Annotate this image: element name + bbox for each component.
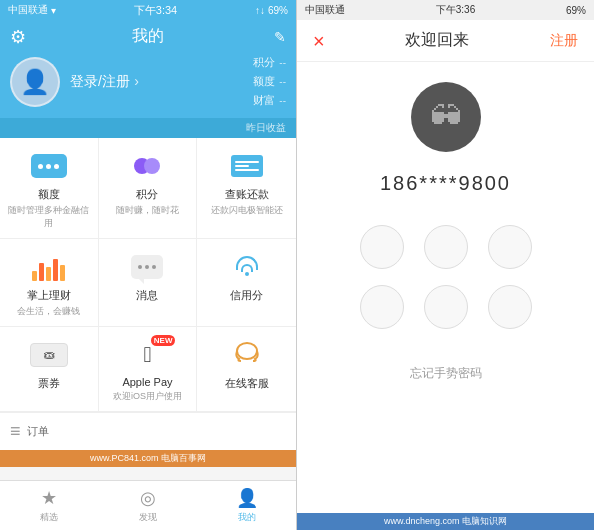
svg-point-0 xyxy=(237,343,257,359)
user-left[interactable]: 👤 登录/注册 › xyxy=(10,57,139,107)
service-icon xyxy=(231,339,263,372)
service-svg xyxy=(231,339,263,367)
pin-circle-5 xyxy=(424,285,468,329)
grid-item-zhangdan[interactable]: 查账还款 还款闪电极智能还 xyxy=(197,138,296,239)
licai-icon xyxy=(27,251,71,283)
left-header: ⚙ 我的 ✎ 👤 登录/注册 › 积分 -- 额度 xyxy=(0,20,296,118)
user-section: 👤 登录/注册 › 积分 -- 额度 -- 财富 -- xyxy=(10,55,286,108)
close-button[interactable]: × xyxy=(313,31,325,51)
credit-icon-wrap xyxy=(225,251,269,283)
msg-dot-2 xyxy=(145,265,149,269)
caifu-value: -- xyxy=(279,95,286,106)
selected-label: 精选 xyxy=(40,511,58,524)
jifen-label: 积分 xyxy=(253,55,275,70)
grid-row-2: 掌上理财 会生活，会赚钱 消息 xyxy=(0,239,296,327)
ticket-icon: 🎟 xyxy=(30,343,68,367)
avatar: 👤 xyxy=(10,57,60,107)
jifen-label-grid: 积分 xyxy=(136,187,158,202)
applepay-sublabel: 欢迎iOS用户使用 xyxy=(113,390,182,403)
grid-item-licai[interactable]: 掌上理财 会生活，会赚钱 xyxy=(0,239,99,327)
pin-circle-2 xyxy=(424,225,468,269)
pin-circle-4 xyxy=(360,285,404,329)
purple-circles xyxy=(134,158,160,174)
zhangdan-icon xyxy=(225,150,269,182)
register-button[interactable]: 注册 xyxy=(550,32,578,50)
login-register[interactable]: 登录/注册 › xyxy=(70,72,139,91)
bar-4 xyxy=(53,259,58,281)
login-arrow: › xyxy=(134,73,139,89)
left-battery: 69% xyxy=(268,5,288,16)
my-label: 我的 xyxy=(238,511,256,524)
credit-label-grid: 信用分 xyxy=(230,288,263,303)
card-dot-3 xyxy=(54,164,59,169)
receipt-line-3 xyxy=(235,169,259,171)
watermark-right-text: www.dncheng.com 电脑知识网 xyxy=(384,516,507,526)
grid-item-service[interactable]: 在线客服 xyxy=(197,327,296,412)
grid-item-msg[interactable]: 消息 xyxy=(99,239,198,327)
purple-circle-2 xyxy=(144,158,160,174)
bottom-nav: ★ 精选 ◎ 发现 👤 我的 xyxy=(0,480,296,530)
grid-item-credit[interactable]: 信用分 xyxy=(197,239,296,327)
right-avatar: 🕶 xyxy=(411,82,481,152)
applepay-label-grid: Apple Pay xyxy=(122,376,172,388)
apple-icon:  xyxy=(143,342,151,368)
avatar-icon: 👤 xyxy=(20,68,50,96)
user-jifen: 积分 -- xyxy=(253,55,286,70)
right-carrier: 中国联通 xyxy=(305,3,345,17)
grid-item-jifen[interactable]: 积分 随时赚，随时花 xyxy=(99,138,198,239)
chart-icon xyxy=(32,253,65,281)
right-content: 🕶 186****9800 忘记手势密码 xyxy=(297,62,594,513)
msg-dot-1 xyxy=(138,265,142,269)
settings-icon[interactable]: ⚙ xyxy=(10,26,26,48)
wifi-dot xyxy=(245,272,249,276)
left-status-left: 中国联通 ▾ xyxy=(8,3,56,17)
grid-item-applepay[interactable]:  NEW Apple Pay 欢迎iOS用户使用 xyxy=(99,327,198,412)
nav-item-selected[interactable]: ★ 精选 xyxy=(0,481,99,530)
my-icon: 👤 xyxy=(236,487,258,509)
jifen-value: -- xyxy=(279,57,286,68)
msg-bubble-icon xyxy=(131,255,163,279)
bar-1 xyxy=(32,271,37,281)
nav-item-my[interactable]: 👤 我的 xyxy=(197,481,296,530)
msg-dot-3 xyxy=(152,265,156,269)
card-icon xyxy=(31,154,67,178)
ticket-label-grid: 票券 xyxy=(38,376,60,391)
edu-sublabel: 随时管理多种金融信用 xyxy=(5,204,93,230)
new-badge: NEW xyxy=(151,335,176,346)
bar-5 xyxy=(60,265,65,281)
pin-circle-6 xyxy=(488,285,532,329)
wifi-icon-wrap xyxy=(231,254,263,280)
edu-label: 额度 xyxy=(253,74,275,89)
page-title: 我的 xyxy=(132,26,164,47)
watermark-left: www.PC841.com 电脑百事网 xyxy=(0,450,296,467)
card-dot-2 xyxy=(46,164,51,169)
grid-item-edu[interactable]: 额度 随时管理多种金融信用 xyxy=(0,138,99,239)
user-edu: 额度 -- xyxy=(253,74,286,89)
msg-icon-wrap xyxy=(125,251,169,283)
order-section: ≡ 订单 xyxy=(0,412,296,450)
nav-item-discover[interactable]: ◎ 发现 xyxy=(99,481,198,530)
grid-item-ticket[interactable]: 🎟 票券 xyxy=(0,327,99,412)
ticket-icon-wrap: 🎟 xyxy=(27,339,71,371)
user-right: 积分 -- 额度 -- 财富 -- xyxy=(253,55,286,108)
header-title-row: ⚙ 我的 ✎ xyxy=(10,26,286,47)
jifen-sublabel: 随时赚，随时花 xyxy=(116,204,179,217)
phone-number: 186****9800 xyxy=(380,172,511,195)
grid-row-3: 🎟 票券  NEW Apple Pay 欢迎iOS用户使用 xyxy=(0,327,296,412)
left-wifi-icon: ▾ xyxy=(51,5,56,16)
applepay-icon-wrap:  NEW xyxy=(125,339,169,371)
order-label: 订单 xyxy=(27,424,49,439)
right-header: × 欢迎回来 注册 xyxy=(297,20,594,62)
left-signal-icon: ↑↓ xyxy=(255,5,265,16)
msg-label-grid: 消息 xyxy=(136,288,158,303)
edu-value: -- xyxy=(279,76,286,87)
receipt-icon xyxy=(231,155,263,177)
forgot-link[interactable]: 忘记手势密码 xyxy=(410,365,482,382)
service-icon-wrap xyxy=(225,339,269,371)
receipt-line-2 xyxy=(235,165,249,167)
pin-row-1 xyxy=(360,225,532,269)
msg-dots xyxy=(138,265,156,269)
left-carrier: 中国联通 xyxy=(8,3,48,17)
edit-icon[interactable]: ✎ xyxy=(274,29,286,45)
discover-label: 发现 xyxy=(139,511,157,524)
